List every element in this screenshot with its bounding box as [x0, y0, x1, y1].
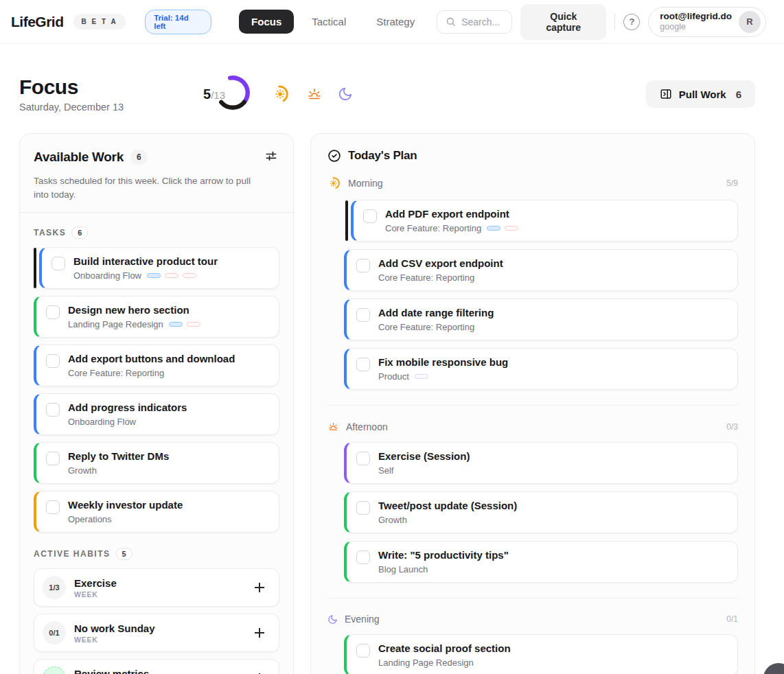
pull-work-label: Pull Work: [679, 89, 726, 100]
afternoon-sunrise-icon: [327, 421, 339, 432]
evening-count: 0/1: [726, 614, 738, 624]
task-badge: [183, 273, 196, 278]
task-card[interactable]: Fix mobile responsive bug Product: [344, 348, 738, 390]
task-project: Self: [378, 465, 393, 476]
habit-name: Exercise: [74, 577, 117, 589]
task-checkbox[interactable]: [356, 644, 370, 658]
task-badge: [415, 374, 428, 379]
divider: [327, 598, 738, 599]
help-icon[interactable]: ?: [623, 14, 640, 30]
habits-count: 5: [116, 548, 132, 560]
progress-count: 5/13: [203, 86, 225, 102]
task-badge: [147, 273, 161, 278]
primary-nav: Focus Tactical Strategy: [239, 10, 427, 34]
todays-plan-title: Today's Plan: [348, 149, 417, 163]
quick-capture-button[interactable]: Quick capture: [520, 4, 606, 40]
search-box[interactable]: [437, 10, 512, 34]
morning-task-list: Add PDF export endpoint Core Feature: Re…: [344, 200, 738, 390]
task-project: Core Feature: Reporting: [385, 223, 481, 233]
task-title: Design new hero section: [68, 304, 200, 316]
task-badge: [187, 322, 200, 327]
task-card[interactable]: Reply to Twitter DMs Growth: [34, 442, 279, 484]
pull-work-button[interactable]: Pull Work 6: [646, 80, 755, 108]
sliders-icon: [264, 149, 278, 163]
task-checkbox[interactable]: [356, 259, 370, 272]
habit-card[interactable]: 1/1 Review metrics WEEK: [34, 659, 279, 674]
avatar: R: [739, 11, 761, 33]
task-project: Growth: [378, 515, 407, 525]
search-input[interactable]: [461, 16, 509, 27]
evening-label: Evening: [345, 614, 380, 625]
habit-add-button[interactable]: [251, 625, 268, 641]
account-provider: google: [660, 22, 732, 32]
task-checkbox[interactable]: [46, 403, 60, 417]
task-checkbox[interactable]: [356, 452, 370, 465]
panel-open-icon: [660, 88, 672, 100]
habit-add-button[interactable]: [251, 670, 268, 674]
task-checkbox[interactable]: [363, 209, 377, 223]
trial-badge[interactable]: Trial: 14d left: [145, 10, 211, 34]
habit-card[interactable]: 1/3 Exercise WEEK: [34, 568, 279, 607]
evening-section-header: Evening 0/1: [327, 614, 738, 625]
task-checkbox[interactable]: [46, 500, 60, 514]
task-card[interactable]: Build interactive product tour Onboardin…: [39, 247, 279, 289]
task-title: Fix mobile responsive bug: [378, 356, 508, 368]
app-logo: LifeGrid: [11, 14, 64, 30]
habit-name: Review metrics: [74, 668, 149, 674]
tab-strategy[interactable]: Strategy: [364, 10, 427, 34]
task-card[interactable]: Add export buttons and download Core Fea…: [34, 345, 279, 386]
task-checkbox[interactable]: [356, 308, 370, 322]
habit-period: WEEK: [74, 636, 155, 644]
task-title: Write: "5 productivity tips": [378, 549, 509, 561]
task-card[interactable]: Weekly investor update Operations: [34, 491, 279, 533]
task-title: Reply to Twitter DMs: [68, 450, 169, 462]
task-card[interactable]: Add progress indicators Onboarding Flow: [34, 393, 279, 435]
task-card[interactable]: Exercise (Session) Self: [344, 442, 738, 484]
habit-name: No work Sunday: [74, 623, 155, 634]
page-title: Focus: [19, 75, 124, 99]
morning-sun-icon: [327, 176, 341, 190]
morning-sun-icon[interactable]: [270, 84, 291, 104]
task-title: Create social proof section: [378, 642, 511, 654]
task-card[interactable]: Tweet/post update (Session) Growth: [344, 491, 738, 533]
task-project: Growth: [68, 465, 97, 476]
afternoon-task-list: Exercise (Session) Self Tweet/post up: [344, 442, 738, 583]
task-checkbox[interactable]: [51, 257, 65, 270]
task-checkbox[interactable]: [46, 452, 60, 465]
task-badge: [165, 273, 178, 278]
todays-plan-panel: Today's Plan Morni: [310, 133, 755, 674]
tasks-count: 6: [71, 226, 88, 239]
habit-period: WEEK: [74, 590, 117, 599]
available-work-title: Available Work: [34, 150, 124, 165]
divider: [327, 405, 738, 406]
available-work-panel: Available Work 6 Tasks scheduled for thi…: [19, 133, 294, 674]
habit-add-button[interactable]: [251, 579, 268, 596]
evening-moon-icon[interactable]: [338, 86, 353, 102]
afternoon-sunrise-icon[interactable]: [306, 86, 323, 102]
task-card[interactable]: Write: "5 productivity tips" Blog Launch: [344, 541, 738, 583]
task-project: Operations: [68, 514, 112, 524]
task-project: Blog Launch: [378, 564, 428, 574]
habit-card[interactable]: 0/1 No work Sunday WEEK: [34, 614, 279, 652]
task-project: Core Feature: Reporting: [378, 272, 474, 283]
tab-focus[interactable]: Focus: [239, 10, 294, 34]
morning-label: Morning: [348, 178, 383, 189]
account-menu[interactable]: root@lifegrid.do google R: [648, 7, 766, 37]
filter-settings-button[interactable]: [263, 148, 279, 166]
task-checkbox[interactable]: [356, 358, 370, 371]
task-title: Weekly investor update: [68, 499, 183, 511]
beta-badge: B E T A: [73, 14, 126, 30]
task-card[interactable]: Design new hero section Landing Page Red…: [34, 296, 279, 338]
afternoon-label: Afternoon: [346, 421, 388, 432]
task-checkbox[interactable]: [46, 305, 60, 319]
task-badge: [487, 226, 500, 231]
task-checkbox[interactable]: [356, 550, 370, 564]
task-card[interactable]: Add date range filtering Core Feature: R…: [344, 299, 738, 340]
morning-section-header: Morning 5/9: [327, 176, 738, 190]
task-checkbox[interactable]: [46, 354, 60, 368]
task-card[interactable]: Create social proof section Landing Page…: [344, 634, 738, 674]
task-checkbox[interactable]: [356, 501, 370, 515]
tab-tactical[interactable]: Tactical: [299, 10, 358, 34]
task-card[interactable]: Add PDF export endpoint Core Feature: Re…: [351, 200, 738, 242]
task-card[interactable]: Add CSV export endpoint Core Feature: Re…: [344, 249, 738, 291]
